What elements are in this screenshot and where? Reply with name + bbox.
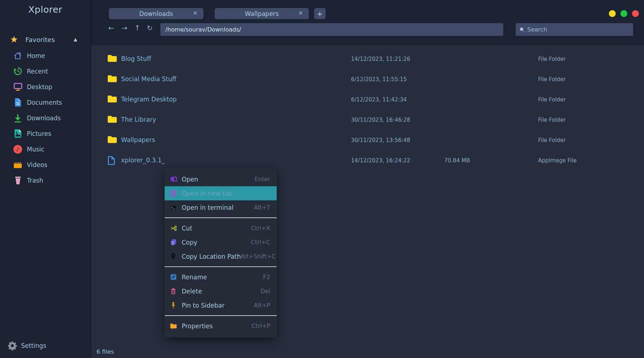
sidebar-item-label: Desktop — [27, 83, 52, 91]
menu-item-pin-to-sidebar[interactable]: Pin to Sidebar Alt+P — [165, 298, 277, 312]
menu-item-properties[interactable]: Properties Ctrl+P — [165, 319, 277, 333]
pictures-icon — [13, 129, 22, 138]
folder-icon — [107, 95, 117, 104]
file-date: 14/12/2023, 16:24:22 — [351, 157, 410, 164]
file-type: File Folder — [538, 137, 566, 143]
music-icon: ♪ — [13, 145, 22, 154]
open-new-tab-icon — [170, 190, 177, 197]
search-icon — [519, 27, 525, 33]
menu-item-label: Pin to Sidebar — [182, 302, 224, 309]
home-icon — [13, 51, 22, 61]
menu-item-shortcut: Ctrl+C — [251, 239, 270, 246]
menu-item-label: Cut — [182, 225, 192, 232]
app-title: Xplorer — [0, 4, 91, 15]
sidebar-items: Home Recent Desktop Documents Downloads — [0, 48, 91, 188]
sidebar-item-label: Home — [27, 52, 45, 59]
menu-item-rename[interactable]: Rename F2 — [165, 270, 277, 284]
menu-item-open[interactable]: Open Enter — [165, 172, 277, 186]
documents-icon — [13, 98, 22, 107]
menu-item-label: Delete — [182, 288, 202, 295]
pin-icon — [170, 302, 177, 309]
menu-item-copy-location-path[interactable]: Copy Location Path Alt+Shift+C — [165, 249, 277, 263]
search-box[interactable] — [516, 23, 633, 36]
sidebar-item-trash[interactable]: Trash — [0, 172, 91, 188]
menu-item-open-in-new-tab[interactable]: Open in new tab — [165, 186, 277, 200]
downloads-icon — [13, 113, 22, 123]
search-input[interactable] — [525, 26, 633, 33]
menu-separator — [165, 315, 277, 316]
sidebar-item-label: Recent — [27, 68, 48, 75]
menu-item-copy[interactable]: Copy Ctrl+C — [165, 235, 277, 249]
file-name: Telegram Desktop — [121, 96, 177, 103]
file-row-the-library[interactable]: The Library 30/11/2023, 16:46:28 File Fo… — [91, 113, 644, 126]
file-name: xplorer_0.3.1_ — [121, 157, 165, 164]
tab-label: Wallpapers — [245, 10, 279, 17]
up-icon[interactable]: ↑ — [132, 22, 143, 34]
new-tab-button[interactable]: + — [314, 8, 326, 19]
trash-icon — [13, 176, 22, 185]
rename-icon — [170, 274, 177, 281]
main-area: Downloads × Wallpapers × + ← → ↑ ↻ Blog … — [91, 0, 644, 358]
gear-icon — [7, 341, 17, 351]
music-note-glyph: ♪ — [13, 145, 22, 154]
menu-item-open-in-terminal[interactable]: Open in terminal Alt+T — [165, 200, 277, 215]
file-name: Social Media Stuff — [121, 75, 176, 83]
file-date: 14/12/2023, 11:21:26 — [351, 56, 410, 62]
sidebar-item-pictures[interactable]: Pictures — [0, 126, 91, 141]
sidebar-item-label: Music — [27, 146, 44, 153]
sidebar-item-recent[interactable]: Recent — [0, 63, 91, 79]
tab-label: Downloads — [139, 10, 173, 17]
sidebar-item-home[interactable]: Home — [0, 48, 91, 63]
file-row-telegram-desktop[interactable]: Telegram Desktop 6/12/2023, 11:42:34 Fil… — [91, 93, 644, 106]
minimize-button[interactable] — [609, 10, 616, 17]
location-pin-icon — [170, 253, 177, 260]
properties-folder-icon — [170, 322, 177, 330]
sidebar-item-videos[interactable]: Videos — [0, 157, 91, 172]
path-input[interactable] — [160, 23, 503, 36]
settings-button[interactable]: Settings — [0, 340, 91, 352]
forward-icon[interactable]: → — [119, 22, 130, 34]
close-tab-icon[interactable]: × — [298, 9, 303, 16]
videos-icon — [13, 160, 22, 170]
close-button[interactable] — [632, 10, 639, 17]
sidebar-item-desktop[interactable]: Desktop — [0, 79, 91, 95]
file-name: Blog Stuff — [121, 55, 151, 62]
menu-item-label: Copy Location Path — [182, 253, 241, 260]
menu-item-cut[interactable]: Cut Ctrl+X — [165, 221, 277, 235]
menu-item-delete[interactable]: Delete Del — [165, 284, 277, 298]
menu-item-label: Open in terminal — [182, 204, 234, 211]
folder-icon — [107, 75, 117, 84]
collapse-icon[interactable]: ▲ — [74, 37, 77, 42]
menu-item-label: Rename — [182, 274, 207, 281]
file-name: The Library — [121, 116, 156, 123]
menu-item-shortcut: Ctrl+X — [251, 225, 270, 232]
star-icon: ★ — [10, 34, 18, 45]
sidebar-item-music[interactable]: ♪ Music — [0, 141, 91, 157]
file-row-blog-stuff[interactable]: Blog Stuff 14/12/2023, 11:21:26 File Fol… — [91, 53, 644, 66]
file-type: File Folder — [538, 96, 566, 103]
file-row-wallpapers[interactable]: Wallpapers 30/11/2023, 13:56:48 File Fol… — [91, 134, 644, 147]
menu-item-label: Open in new tab — [182, 190, 232, 197]
close-tab-icon[interactable]: × — [193, 9, 198, 16]
file-type: File Folder — [538, 76, 566, 83]
folder-icon — [107, 136, 117, 145]
menu-item-shortcut: Alt+Shift+C — [241, 253, 276, 260]
tab-downloads[interactable]: Downloads × — [109, 8, 203, 19]
menu-separator — [165, 266, 277, 267]
sidebar-item-label: Videos — [27, 161, 48, 168]
menu-item-shortcut: Ctrl+P — [251, 322, 270, 329]
folder-icon — [107, 115, 117, 125]
refresh-icon[interactable]: ↻ — [144, 22, 155, 34]
status-file-count: 6 files — [96, 348, 114, 355]
file-row-xplorer-appimage[interactable]: xplorer_0.3.1_ 14/12/2023, 16:24:22 70.8… — [91, 154, 644, 167]
file-date: 6/12/2023, 11:55:15 — [351, 76, 407, 83]
favorites-header[interactable]: ★ Favorites ▲ — [0, 34, 91, 45]
file-name: Wallpapers — [121, 136, 155, 143]
back-icon[interactable]: ← — [106, 22, 117, 34]
file-row-social-media-stuff[interactable]: Social Media Stuff 6/12/2023, 11:55:15 F… — [91, 73, 644, 86]
sidebar: Xplorer ★ Favorites ▲ Home Recent Deskto… — [0, 0, 91, 358]
sidebar-item-documents[interactable]: Documents — [0, 95, 91, 110]
maximize-button[interactable] — [620, 10, 627, 17]
tab-wallpapers[interactable]: Wallpapers × — [215, 8, 309, 19]
sidebar-item-downloads[interactable]: Downloads — [0, 110, 91, 126]
